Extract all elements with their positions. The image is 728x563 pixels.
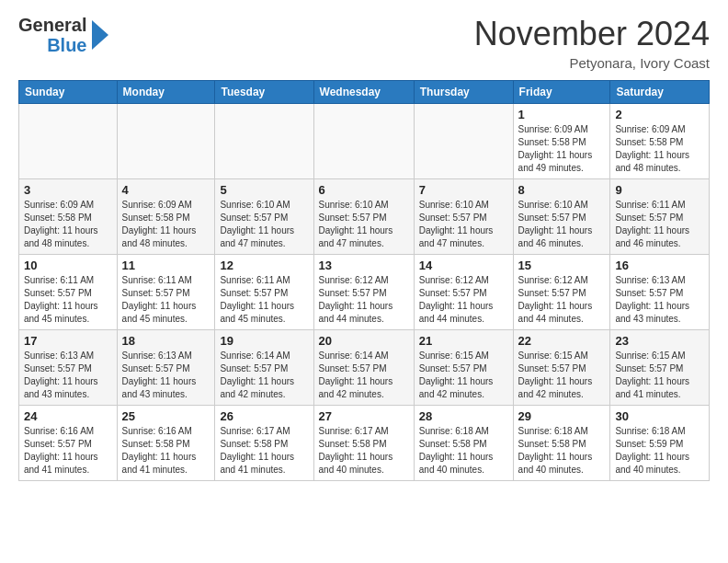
calendar-cell: 25Sunrise: 6:16 AMSunset: 5:58 PMDayligh… bbox=[117, 406, 215, 481]
calendar-cell bbox=[414, 104, 513, 179]
sunset-text: Sunset: 5:57 PM bbox=[419, 213, 487, 223]
sunrise-text: Sunrise: 6:11 AM bbox=[122, 275, 192, 285]
day-number: 10 bbox=[24, 259, 112, 272]
day-number: 18 bbox=[122, 334, 210, 348]
calendar-cell: 16Sunrise: 6:13 AMSunset: 5:57 PMDayligh… bbox=[610, 255, 710, 330]
day-number: 17 bbox=[24, 334, 112, 348]
day-number: 26 bbox=[220, 409, 308, 423]
sunset-text: Sunset: 5:58 PM bbox=[122, 213, 190, 223]
daylight-text: Daylight: 11 hours and 44 minutes. bbox=[518, 301, 593, 324]
sunrise-text: Sunrise: 6:11 AM bbox=[220, 275, 290, 285]
weekday-header-monday: Monday bbox=[117, 81, 215, 104]
day-number: 1 bbox=[518, 108, 606, 121]
sunset-text: Sunset: 5:57 PM bbox=[518, 288, 586, 298]
sunrise-text: Sunrise: 6:10 AM bbox=[220, 200, 290, 210]
sunset-text: Sunset: 5:57 PM bbox=[615, 288, 683, 298]
calendar-row-5: 24Sunrise: 6:16 AMSunset: 5:57 PMDayligh… bbox=[19, 406, 710, 481]
day-number: 13 bbox=[319, 259, 409, 272]
daylight-text: Daylight: 11 hours and 44 minutes. bbox=[319, 301, 393, 324]
day-info: Sunrise: 6:11 AMSunset: 5:57 PMDaylight:… bbox=[122, 274, 210, 326]
sunrise-text: Sunrise: 6:12 AM bbox=[518, 275, 588, 285]
calendar-cell: 1Sunrise: 6:09 AMSunset: 5:58 PMDaylight… bbox=[513, 104, 610, 179]
sunrise-text: Sunrise: 6:13 AM bbox=[24, 350, 94, 361]
calendar-cell: 21Sunrise: 6:15 AMSunset: 5:57 PMDayligh… bbox=[414, 330, 513, 406]
sunset-text: Sunset: 5:57 PM bbox=[24, 363, 92, 373]
day-number: 4 bbox=[122, 183, 210, 197]
svg-marker-0 bbox=[92, 20, 108, 50]
day-info: Sunrise: 6:09 AMSunset: 5:58 PMDaylight:… bbox=[24, 199, 112, 250]
daylight-text: Daylight: 11 hours and 43 minutes. bbox=[615, 301, 689, 324]
sunset-text: Sunset: 5:59 PM bbox=[615, 439, 683, 449]
day-number: 23 bbox=[615, 334, 704, 348]
day-info: Sunrise: 6:13 AMSunset: 5:57 PMDaylight:… bbox=[24, 350, 112, 401]
calendar-cell: 2Sunrise: 6:09 AMSunset: 5:58 PMDaylight… bbox=[610, 104, 710, 179]
sunset-text: Sunset: 5:57 PM bbox=[319, 288, 387, 298]
weekday-header-thursday: Thursday bbox=[414, 81, 513, 104]
calendar-row-1: 1Sunrise: 6:09 AMSunset: 5:58 PMDaylight… bbox=[19, 104, 710, 179]
calendar-cell: 15Sunrise: 6:12 AMSunset: 5:57 PMDayligh… bbox=[513, 255, 610, 330]
sunset-text: Sunset: 5:57 PM bbox=[220, 213, 288, 223]
day-number: 2 bbox=[615, 108, 704, 121]
calendar-cell: 29Sunrise: 6:18 AMSunset: 5:58 PMDayligh… bbox=[513, 406, 610, 481]
calendar-cell: 10Sunrise: 6:11 AMSunset: 5:57 PMDayligh… bbox=[19, 255, 118, 330]
day-info: Sunrise: 6:18 AMSunset: 5:59 PMDaylight:… bbox=[615, 425, 704, 477]
daylight-text: Daylight: 11 hours and 40 minutes. bbox=[319, 452, 393, 475]
daylight-text: Daylight: 11 hours and 43 minutes. bbox=[122, 376, 197, 399]
day-number: 22 bbox=[518, 334, 606, 348]
day-info: Sunrise: 6:12 AMSunset: 5:57 PMDaylight:… bbox=[518, 274, 606, 326]
sunset-text: Sunset: 5:57 PM bbox=[24, 288, 92, 298]
calendar-cell: 24Sunrise: 6:16 AMSunset: 5:57 PMDayligh… bbox=[19, 406, 118, 481]
sunrise-text: Sunrise: 6:09 AM bbox=[518, 124, 588, 134]
day-info: Sunrise: 6:12 AMSunset: 5:57 PMDaylight:… bbox=[419, 274, 508, 326]
sunrise-text: Sunrise: 6:10 AM bbox=[319, 200, 389, 210]
daylight-text: Daylight: 11 hours and 40 minutes. bbox=[615, 452, 689, 475]
day-number: 27 bbox=[319, 409, 409, 423]
sunset-text: Sunset: 5:57 PM bbox=[24, 439, 92, 449]
daylight-text: Daylight: 11 hours and 49 minutes. bbox=[518, 150, 593, 173]
day-info: Sunrise: 6:10 AMSunset: 5:57 PMDaylight:… bbox=[419, 199, 508, 250]
daylight-text: Daylight: 11 hours and 42 minutes. bbox=[419, 376, 494, 399]
day-number: 7 bbox=[419, 183, 508, 197]
daylight-text: Daylight: 11 hours and 41 minutes. bbox=[615, 376, 689, 399]
calendar-cell: 3Sunrise: 6:09 AMSunset: 5:58 PMDaylight… bbox=[19, 179, 118, 255]
sunrise-text: Sunrise: 6:10 AM bbox=[419, 200, 489, 210]
day-info: Sunrise: 6:18 AMSunset: 5:58 PMDaylight:… bbox=[518, 425, 606, 477]
day-number: 24 bbox=[24, 409, 112, 423]
day-info: Sunrise: 6:10 AMSunset: 5:57 PMDaylight:… bbox=[319, 199, 409, 250]
sunrise-text: Sunrise: 6:09 AM bbox=[24, 200, 94, 210]
day-number: 30 bbox=[615, 409, 704, 423]
sunset-text: Sunset: 5:57 PM bbox=[419, 288, 487, 298]
location: Petyonara, Ivory Coast bbox=[474, 55, 710, 71]
weekday-header-tuesday: Tuesday bbox=[215, 81, 313, 104]
day-info: Sunrise: 6:13 AMSunset: 5:57 PMDaylight:… bbox=[122, 350, 210, 401]
calendar-cell: 7Sunrise: 6:10 AMSunset: 5:57 PMDaylight… bbox=[414, 179, 513, 255]
daylight-text: Daylight: 11 hours and 42 minutes. bbox=[319, 376, 393, 399]
daylight-text: Daylight: 11 hours and 48 minutes. bbox=[24, 225, 98, 248]
day-info: Sunrise: 6:13 AMSunset: 5:57 PMDaylight:… bbox=[615, 274, 704, 326]
daylight-text: Daylight: 11 hours and 44 minutes. bbox=[419, 301, 494, 324]
sunrise-text: Sunrise: 6:14 AM bbox=[220, 350, 290, 361]
sunset-text: Sunset: 5:57 PM bbox=[419, 363, 487, 373]
calendar-cell: 13Sunrise: 6:12 AMSunset: 5:57 PMDayligh… bbox=[313, 255, 414, 330]
sunset-text: Sunset: 5:58 PM bbox=[220, 439, 288, 449]
sunrise-text: Sunrise: 6:13 AM bbox=[615, 275, 685, 285]
daylight-text: Daylight: 11 hours and 46 minutes. bbox=[518, 225, 593, 248]
day-info: Sunrise: 6:10 AMSunset: 5:57 PMDaylight:… bbox=[518, 199, 606, 250]
calendar-cell: 28Sunrise: 6:18 AMSunset: 5:58 PMDayligh… bbox=[414, 406, 513, 481]
weekday-header-saturday: Saturday bbox=[610, 81, 710, 104]
sunset-text: Sunset: 5:58 PM bbox=[518, 137, 586, 147]
calendar-row-3: 10Sunrise: 6:11 AMSunset: 5:57 PMDayligh… bbox=[19, 255, 710, 330]
calendar-cell: 20Sunrise: 6:14 AMSunset: 5:57 PMDayligh… bbox=[313, 330, 414, 406]
day-info: Sunrise: 6:16 AMSunset: 5:58 PMDaylight:… bbox=[122, 425, 210, 477]
day-number: 21 bbox=[419, 334, 508, 348]
daylight-text: Daylight: 11 hours and 42 minutes. bbox=[220, 376, 294, 399]
daylight-text: Daylight: 11 hours and 41 minutes. bbox=[220, 452, 294, 475]
sunrise-text: Sunrise: 6:17 AM bbox=[220, 426, 290, 436]
title-block: November 2024 Petyonara, Ivory Coast bbox=[474, 15, 710, 71]
calendar-cell bbox=[313, 104, 414, 179]
daylight-text: Daylight: 11 hours and 42 minutes. bbox=[518, 376, 593, 399]
calendar-cell: 5Sunrise: 6:10 AMSunset: 5:57 PMDaylight… bbox=[215, 179, 313, 255]
logo-blue-text: Blue bbox=[47, 35, 86, 55]
day-number: 19 bbox=[220, 334, 308, 348]
day-info: Sunrise: 6:14 AMSunset: 5:57 PMDaylight:… bbox=[319, 350, 409, 401]
